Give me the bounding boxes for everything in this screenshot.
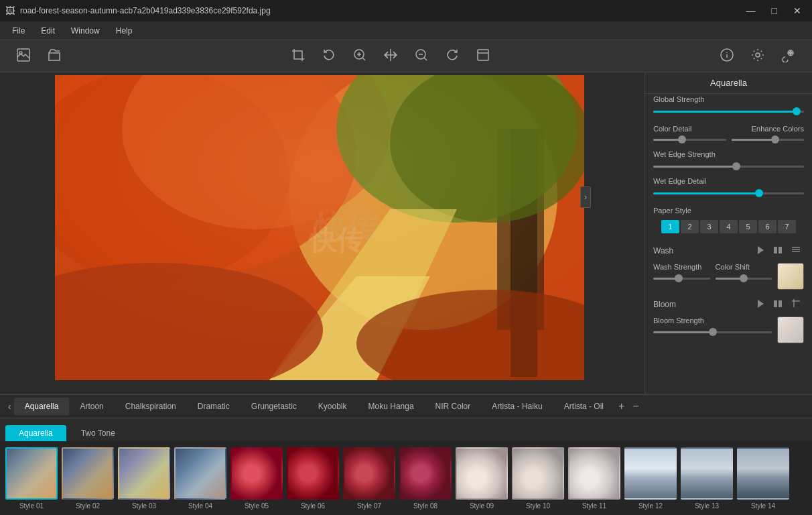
- color-shift-slider[interactable]: [716, 273, 772, 284]
- tab-aquarella[interactable]: Aquarella: [14, 398, 70, 415]
- thumb-style-11[interactable]: Style 11: [568, 447, 620, 510]
- crop-button[interactable]: [285, 44, 311, 69]
- sub-tab-two-tone[interactable]: Two Tone: [68, 425, 129, 441]
- thumb-image-13: [681, 447, 733, 500]
- thumb-style-07[interactable]: Style 07: [343, 447, 395, 510]
- settings-button[interactable]: [745, 44, 770, 69]
- sub-tabs: Aquarella Two Tone: [0, 418, 812, 441]
- wet-edge-strength-label: Wet Edge Strength: [653, 150, 804, 158]
- paper-style-control: Paper Style 1 2 3 4 5 6 7: [645, 203, 812, 240]
- color-shift-label: Color Shift: [716, 263, 772, 271]
- fullscreen-button[interactable]: [470, 44, 496, 69]
- minimize-button[interactable]: —: [741, 4, 761, 17]
- svg-text:快传: 快传: [308, 225, 364, 255]
- thumb-style-01[interactable]: Style 01: [5, 447, 58, 510]
- move-button[interactable]: [378, 44, 403, 69]
- tab-chalkspiration[interactable]: Chalkspiration: [115, 398, 187, 415]
- thumb-style-12[interactable]: Style 12: [624, 447, 677, 510]
- bloom-expand-button[interactable]: [788, 296, 804, 312]
- menu-window[interactable]: Window: [64, 23, 107, 38]
- wash-color-swatch[interactable]: [777, 263, 804, 290]
- app-icon: 🖼: [5, 5, 15, 16]
- thumb-style-13[interactable]: Style 13: [681, 447, 733, 510]
- tab-kyoobik[interactable]: Kyoobik: [308, 398, 358, 415]
- tab-artista-haiku[interactable]: Artista - Haiku: [481, 398, 553, 415]
- thumb-image-12: [624, 447, 677, 500]
- thumb-style-10[interactable]: Style 10: [512, 447, 564, 510]
- enhance-colors-slider[interactable]: [732, 134, 805, 145]
- wash-expand-button[interactable]: [788, 243, 804, 259]
- thumb-style-04[interactable]: Style 04: [174, 447, 226, 510]
- thumb-image-08: [399, 447, 452, 500]
- forward-button[interactable]: [439, 44, 465, 69]
- tab-grungetastic[interactable]: Grungetastic: [241, 398, 308, 415]
- svg-rect-29: [779, 300, 782, 307]
- effects-button[interactable]: [776, 44, 801, 69]
- tab-moku-hanga[interactable]: Moku Hanga: [358, 398, 425, 415]
- paper-btn-7[interactable]: 7: [778, 220, 796, 233]
- thumb-style-14[interactable]: Style 14: [737, 447, 789, 510]
- paper-btn-6[interactable]: 6: [758, 220, 776, 233]
- title-bar: 🖼 road-forest-season-autumn-acb7a2b0419a…: [0, 0, 812, 21]
- tab-dramatic[interactable]: Dramatic: [187, 398, 241, 415]
- color-detail-label: Color Detail: [653, 125, 728, 133]
- info-button[interactable]: [714, 44, 740, 69]
- thumb-style-05[interactable]: Style 05: [230, 447, 283, 510]
- toolbar: [0, 40, 812, 72]
- thumb-style-06[interactable]: Style 06: [287, 447, 339, 510]
- thumb-image-04: [174, 447, 226, 500]
- paper-btn-5[interactable]: 5: [739, 220, 757, 233]
- tab-artoon[interactable]: Artoon: [69, 398, 114, 415]
- thumb-image-14: [737, 447, 789, 500]
- zoom-in-button[interactable]: [347, 44, 373, 69]
- thumbnails-panel: Style 01 Style 02 Style 03 Style 04 Styl…: [0, 441, 812, 515]
- global-strength-slider[interactable]: [653, 106, 804, 117]
- thumb-label-01: Style 01: [19, 502, 44, 510]
- artwork-svg: 快传: [55, 75, 584, 380]
- paper-btn-2[interactable]: 2: [681, 220, 699, 233]
- menu-help[interactable]: Help: [109, 23, 139, 38]
- scroll-left-button[interactable]: ‹: [5, 400, 14, 413]
- thumb-style-02[interactable]: Style 02: [62, 447, 114, 510]
- wash-play-button[interactable]: [753, 244, 768, 258]
- remove-tab-button[interactable]: −: [628, 399, 642, 414]
- thumb-style-09[interactable]: Style 09: [456, 447, 508, 510]
- paper-btn-3[interactable]: 3: [700, 220, 718, 233]
- open-button[interactable]: [42, 44, 67, 69]
- maximize-button[interactable]: □: [766, 4, 783, 17]
- wash-strength-slider[interactable]: [653, 273, 710, 284]
- bloom-stop-button[interactable]: [770, 298, 785, 312]
- thumb-label-12: Style 12: [638, 502, 663, 510]
- close-button[interactable]: ✕: [788, 4, 807, 17]
- wash-label: Wash: [653, 246, 750, 255]
- global-strength-control: Global Strength: [645, 94, 812, 121]
- tab-nir-color[interactable]: NIR Color: [425, 398, 482, 415]
- wet-edge-strength-slider[interactable]: [653, 161, 804, 172]
- bloom-play-button[interactable]: [753, 298, 768, 312]
- add-tab-button[interactable]: +: [614, 399, 628, 414]
- paper-btn-1[interactable]: 1: [661, 220, 679, 233]
- wet-edge-strength-control: Wet Edge Strength: [645, 149, 812, 176]
- bloom-strength-slider[interactable]: [653, 327, 772, 337]
- wet-edge-detail-slider[interactable]: [653, 188, 804, 198]
- svg-rect-4: [478, 50, 488, 60]
- tab-artista-oil[interactable]: Artista - Oil: [553, 398, 614, 415]
- zoom-out-button[interactable]: [409, 44, 434, 69]
- color-detail-slider[interactable]: [653, 134, 726, 145]
- wash-stop-button[interactable]: [770, 244, 785, 258]
- thumb-style-03[interactable]: Style 03: [118, 447, 170, 510]
- style-tabs: ‹ Aquarella Artoon Chalkspiration Dramat…: [0, 394, 812, 418]
- menu-file[interactable]: File: [5, 23, 31, 38]
- thumb-label-03: Style 03: [132, 502, 156, 510]
- rotate-button[interactable]: [316, 44, 342, 69]
- paper-btn-4[interactable]: 4: [720, 220, 738, 233]
- wet-edge-detail-label: Wet Edge Detail: [653, 177, 804, 185]
- thumb-style-08[interactable]: Style 08: [399, 447, 452, 510]
- bloom-color-swatch[interactable]: [777, 317, 804, 343]
- image-button[interactable]: [11, 44, 36, 69]
- sub-tab-aquarella[interactable]: Aquarella: [5, 425, 66, 441]
- menu-edit[interactable]: Edit: [34, 23, 62, 38]
- bloom-label: Bloom: [653, 300, 750, 309]
- panel-toggle-button[interactable]: ›: [580, 186, 591, 208]
- paper-style-label: Paper Style: [653, 207, 804, 215]
